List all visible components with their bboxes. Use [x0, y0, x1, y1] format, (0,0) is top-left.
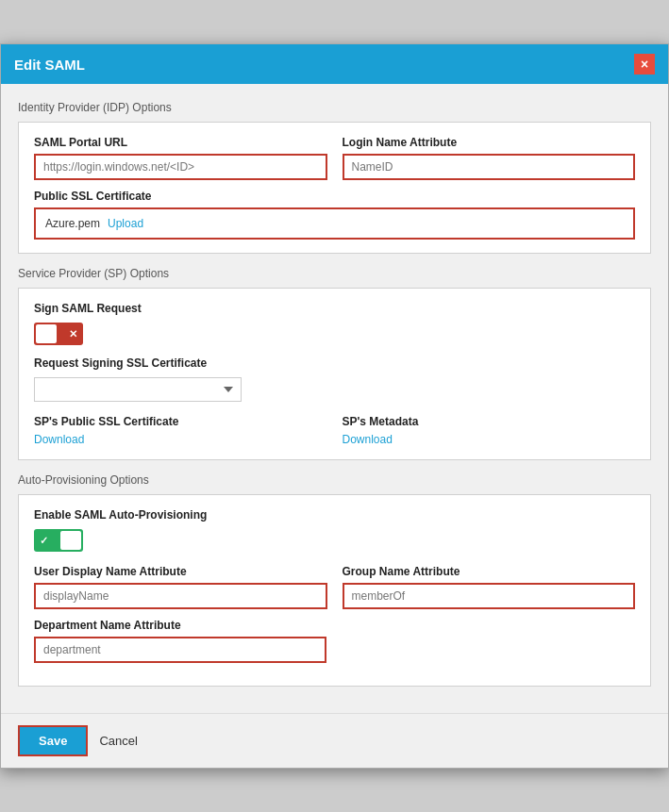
request-signing-group: Request Signing SSL Certificate: [34, 356, 635, 402]
modal-header: Edit SAML ×: [1, 44, 668, 84]
idp-section-box: SAML Portal URL Login Name Attribute Pub…: [18, 122, 651, 254]
group-name-label: Group Name Attribute: [343, 565, 636, 578]
modal-title: Edit SAML: [14, 57, 85, 73]
save-button[interactable]: Save: [18, 725, 88, 756]
user-display-name-input[interactable]: [34, 583, 327, 609]
sign-saml-toggle-container: ✕: [34, 323, 635, 345]
sp-metadata-download-link[interactable]: Download: [343, 433, 393, 446]
attribute-bottom-row: Department Name Attribute: [34, 619, 635, 663]
saml-portal-url-group: SAML Portal URL: [34, 136, 327, 180]
department-spacer: [343, 619, 636, 663]
user-display-name-label: User Display Name Attribute: [34, 565, 327, 578]
ssl-cert-group: Public SSL Certificate Azure.pem Upload: [34, 190, 635, 240]
saml-portal-url-label: SAML Portal URL: [34, 136, 327, 149]
enable-saml-label: Enable SAML Auto-Provisioning: [34, 508, 635, 522]
close-button[interactable]: ×: [634, 54, 655, 75]
attribute-top-row: User Display Name Attribute Group Name A…: [34, 565, 635, 609]
ssl-cert-label: Public SSL Certificate: [34, 190, 635, 203]
sp-metadata-col: SP's Metadata Download: [343, 415, 636, 446]
sp-metadata-label: SP's Metadata: [343, 415, 636, 428]
auto-provisioning-section-title: Auto-Provisioning Options: [18, 473, 651, 487]
sign-saml-label: Sign SAML Request: [34, 302, 635, 315]
sp-public-ssl-col: SP's Public SSL Certificate Download: [34, 415, 327, 446]
sign-saml-group: Sign SAML Request ✕: [34, 302, 635, 345]
department-name-input[interactable]: [34, 637, 326, 663]
edit-saml-modal: Edit SAML × Identity Provider (IDP) Opti…: [0, 43, 669, 769]
sp-public-ssl-label: SP's Public SSL Certificate: [34, 415, 327, 428]
enable-saml-group: Enable SAML Auto-Provisioning ✓: [34, 508, 635, 552]
sp-bottom-row: SP's Public SSL Certificate Download SP'…: [34, 415, 635, 446]
idp-section-title: Identity Provider (IDP) Options: [18, 101, 651, 114]
group-name-group: Group Name Attribute: [343, 565, 636, 609]
user-display-name-group: User Display Name Attribute: [34, 565, 327, 609]
modal-body: Identity Provider (IDP) Options SAML Por…: [1, 84, 668, 713]
toggle-knob: [36, 324, 57, 343]
sp-section-box: Sign SAML Request ✕ Request Signing SSL …: [18, 288, 651, 460]
sp-section-title: Service Provider (SP) Options: [18, 267, 651, 280]
ssl-cert-box: Azure.pem Upload: [34, 207, 635, 240]
department-name-group: Department Name Attribute: [34, 619, 327, 663]
enable-saml-toggle[interactable]: ✓: [34, 529, 83, 552]
idp-top-row: SAML Portal URL Login Name Attribute: [34, 136, 635, 180]
department-name-label: Department Name Attribute: [34, 619, 327, 632]
sign-saml-toggle[interactable]: ✕: [34, 323, 83, 345]
upload-link[interactable]: Upload: [108, 217, 143, 230]
toggle-check-icon: ✓: [40, 535, 48, 547]
login-name-attribute-label: Login Name Attribute: [343, 136, 636, 149]
toggle-knob-on: [60, 531, 81, 550]
request-signing-select[interactable]: [34, 377, 242, 402]
request-signing-label: Request Signing SSL Certificate: [34, 356, 635, 370]
toggle-x-icon: ✕: [69, 328, 77, 340]
modal-footer: Save Cancel: [1, 713, 668, 768]
saml-portal-url-input[interactable]: [34, 154, 327, 180]
login-name-attribute-input[interactable]: [343, 154, 636, 180]
cancel-button[interactable]: Cancel: [99, 734, 137, 748]
sp-public-ssl-download-link[interactable]: Download: [34, 433, 84, 446]
group-name-input[interactable]: [343, 583, 636, 609]
login-name-attribute-group: Login Name Attribute: [343, 136, 636, 180]
enable-saml-toggle-container: ✓: [34, 529, 635, 552]
auto-provisioning-section-box: Enable SAML Auto-Provisioning ✓ User Dis…: [18, 494, 651, 687]
ssl-cert-filename: Azure.pem: [45, 217, 100, 230]
